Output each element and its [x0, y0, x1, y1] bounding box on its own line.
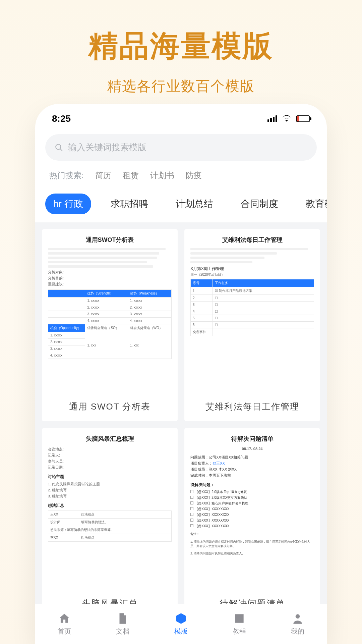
promo-subtitle: 精选各行业数百个模版: [0, 77, 362, 96]
card-inner-title: 待解决问题清单: [190, 435, 314, 443]
hot-label: 热门搜索:: [49, 170, 84, 181]
promo-title: 精品海量模版: [0, 26, 362, 66]
template-card-brainstorm[interactable]: 头脑风暴汇总梳理 会议地点: 记录人: 参与人员: 记录日期: 讨论主题 1. …: [42, 428, 178, 618]
card-inner-title: 头脑风暴汇总梳理: [48, 435, 172, 443]
card-caption: 艾维利法每日工作管理: [190, 401, 314, 413]
svg-point-0: [56, 144, 61, 149]
tab-edu[interactable]: 教育教: [298, 194, 327, 214]
search-input[interactable]: 输入关键词搜索模版: [45, 134, 317, 161]
template-grid: 通用SWOT分析表 分析对象: 分析目的: 重要建议: 优势（Strength）…: [35, 222, 327, 625]
bottom-nav: 首页 文档 模版 教程 我的: [35, 604, 327, 644]
hot-tag[interactable]: 防疫: [186, 170, 202, 181]
card-inner-title: 通用SWOT分析表: [48, 236, 172, 244]
home-icon: [58, 612, 71, 625]
tab-recruit[interactable]: 求职招聘: [103, 194, 156, 214]
card-caption: 通用 SWOT 分析表: [48, 401, 172, 413]
hot-tag[interactable]: 租赁: [123, 170, 139, 181]
search-placeholder: 输入关键词搜索模版: [68, 142, 146, 153]
search-icon: [55, 143, 63, 152]
svg-point-2: [296, 614, 300, 619]
svg-line-1: [60, 149, 62, 151]
hot-tag[interactable]: 简历: [95, 170, 111, 181]
card-inner-title: 艾维利法每日工作管理: [190, 236, 314, 244]
document-icon: [116, 612, 129, 625]
nav-docs[interactable]: 文档: [116, 612, 129, 636]
tab-plan[interactable]: 计划总结: [168, 194, 221, 214]
status-bar: 8:25: [35, 104, 327, 127]
hot-tag[interactable]: 计划书: [150, 170, 174, 181]
tab-hr[interactable]: hr 行政: [45, 194, 91, 214]
template-card-ivy[interactable]: 艾维利法每日工作管理 X月第X周工作管理 周一（2020年x月x日） 序号工作任…: [184, 229, 320, 421]
template-card-swot[interactable]: 通用SWOT分析表 分析对象: 分析目的: 重要建议: 优势（Strength）…: [42, 229, 178, 421]
battery-icon: [296, 115, 310, 122]
signal-icon: [267, 115, 277, 122]
phone-frame: 8:25 输入关键词搜索模版 热门搜索: 简历 租赁 计划书 防疫 hr 行政 …: [35, 104, 327, 644]
nav-profile[interactable]: 我的: [291, 612, 304, 636]
template-card-issues[interactable]: 待解决问题清单 08.17- 08.24 问题范围：公司XX项目XX相关问题 项…: [184, 428, 320, 618]
cube-icon: [175, 612, 187, 625]
nav-templates[interactable]: 模版: [174, 612, 188, 636]
category-tabs: hr 行政 求职招聘 计划总结 合同制度 教育教: [35, 187, 327, 222]
person-icon: [291, 612, 304, 625]
hot-search-row: 热门搜索: 简历 租赁 计划书 防疫: [35, 161, 327, 187]
wifi-icon: [282, 114, 291, 124]
tab-contract[interactable]: 合同制度: [233, 194, 286, 214]
nav-home[interactable]: 首页: [58, 612, 71, 636]
book-icon: [233, 612, 246, 625]
nav-tutorials[interactable]: 教程: [233, 612, 246, 636]
status-time: 8:25: [52, 113, 71, 124]
